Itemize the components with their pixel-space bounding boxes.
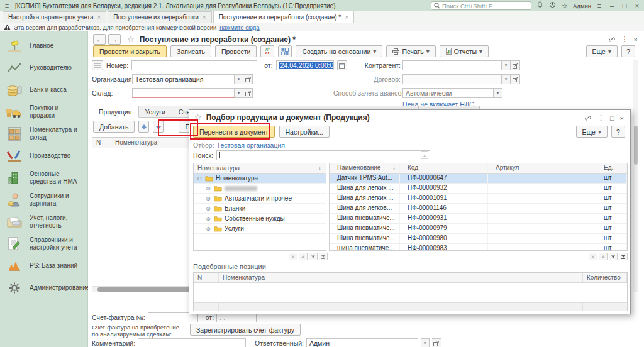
sidebar-item-administrirovanie[interactable]: Администрирование: [0, 277, 87, 299]
tree-header[interactable]: Номенклатура: [194, 163, 317, 173]
nav-forward-button[interactable]: →: [108, 34, 121, 45]
document-list-icon[interactable]: [92, 60, 103, 70]
get-link-icon[interactable]: [608, 36, 616, 43]
tree-item-row[interactable]: ⊕ Автозапчасти и прочее: [194, 194, 326, 204]
notifications-bell-icon[interactable]: [535, 1, 544, 10]
contractor-dropdown-icon[interactable]: ▾: [502, 60, 511, 70]
go-last-icon[interactable]: [619, 253, 628, 260]
product-row[interactable]: Шина пневматиче...НФ-00000931шт: [330, 214, 627, 224]
history-icon[interactable]: [548, 1, 557, 10]
col-kolichestvo[interactable]: Количество: [583, 273, 627, 282]
favorites-star-icon[interactable]: ☆: [560, 1, 569, 10]
move-down-icon[interactable]: [153, 121, 164, 133]
col-nomenklatura[interactable]: Номенклатура: [111, 138, 192, 148]
col-naimenovanie[interactable]: Наименование↓: [330, 163, 400, 173]
favorite-star-icon[interactable]: ☆: [127, 35, 135, 44]
sidebar-item-ps-baza-znaniy[interactable]: PS: База знаний: [0, 255, 87, 277]
organization-input[interactable]: Тестовая организация: [132, 74, 235, 84]
expand-icon[interactable]: ⊕: [205, 185, 211, 192]
create-based-on-button[interactable]: Создать на основании▾: [296, 45, 382, 57]
product-row[interactable]: Шина для легков...НФ-00001146шт: [330, 204, 627, 214]
global-search-input[interactable]: Поиск Ctrl+Shift+F: [431, 1, 531, 10]
tab-close-icon[interactable]: ×: [203, 14, 206, 21]
transfer-to-document-button[interactable]: Перенести в документ: [193, 126, 275, 138]
form-close-icon[interactable]: ×: [634, 36, 638, 43]
add-row-button[interactable]: Добавить: [93, 121, 135, 133]
responsible-open-icon[interactable]: [432, 338, 441, 347]
print-button[interactable]: Печать▾: [386, 45, 435, 57]
window-minimize-icon[interactable]: –: [608, 1, 616, 10]
advance-dropdown-icon[interactable]: ▾: [494, 88, 502, 98]
buy-commercial-link[interactable]: нажмите сюда: [219, 24, 259, 31]
col-n[interactable]: N: [194, 273, 219, 282]
dialog-more-button[interactable]: Еще▾: [576, 126, 608, 138]
tab-receipt-processing-new[interactable]: Поступление из переработки (создание) * …: [213, 11, 354, 23]
sidebar-item-spravochniki[interactable]: Справочники и настройки учета: [0, 233, 87, 255]
sidebar-item-rukovoditelyu[interactable]: Руководителю: [0, 57, 87, 79]
more-button[interactable]: Еще▾: [586, 45, 618, 57]
go-first-icon[interactable]: [589, 253, 597, 260]
responsible-dropdown-icon[interactable]: ▾: [421, 338, 430, 347]
contractor-open-icon[interactable]: [511, 60, 520, 70]
tab-produkciya[interactable]: Продукция: [92, 106, 139, 118]
expand-icon[interactable]: ⊕: [205, 196, 211, 202]
tab-receipt-processing[interactable]: Поступление из переработки ×: [108, 11, 211, 23]
date-input[interactable]: 24.04.2026 0:00:00: [276, 60, 334, 70]
warehouse-dropdown-icon[interactable]: ▾: [235, 88, 243, 98]
dialog-get-link-icon[interactable]: [584, 115, 592, 121]
go-up-icon[interactable]: [299, 253, 308, 260]
form-vscrollbar[interactable]: [633, 60, 638, 292]
product-row[interactable]: Датчик TPMS Aut...НФ-00000647шт: [330, 174, 627, 184]
dialog-menu-dots-icon[interactable]: ⋮: [597, 114, 604, 122]
number-input[interactable]: [131, 60, 257, 70]
tab-close-icon[interactable]: ×: [345, 14, 348, 21]
product-row[interactable]: Шина пневматиче...НФ-00000979шт: [330, 224, 627, 234]
register-invoice-button[interactable]: Зарегистрировать счет-фактуру: [190, 324, 301, 336]
organization-open-icon[interactable]: [243, 74, 253, 84]
tab-settings-params[interactable]: Настройка параметров учета ×: [3, 11, 106, 23]
dialog-help-button[interactable]: ?: [611, 126, 625, 138]
window-close-icon[interactable]: ×: [633, 1, 641, 10]
tree-sort-icon[interactable]: ↓: [317, 163, 326, 173]
contract-open-icon[interactable]: [511, 74, 520, 84]
move-up-icon[interactable]: [138, 121, 149, 133]
dialog-maximize-icon[interactable]: □: [610, 114, 614, 122]
advance-input[interactable]: Автоматически: [402, 88, 494, 98]
filter-value-link[interactable]: Тестовая организация: [217, 141, 285, 149]
dialog-close-icon[interactable]: ×: [620, 114, 624, 122]
save-button[interactable]: Записать: [170, 45, 211, 57]
post-and-close-button[interactable]: Провести и закрыть: [93, 45, 167, 57]
search-clear-icon[interactable]: ×: [421, 151, 428, 159]
post-button[interactable]: Провести: [215, 45, 257, 57]
window-maximize-icon[interactable]: □: [620, 1, 629, 10]
product-row[interactable]: Шина для легких ...НФ-00001091шт: [330, 194, 627, 204]
selected-positions-title[interactable]: Подобранные позиции: [193, 263, 266, 270]
tree-item-row[interactable]: ⊕ Бланки: [194, 204, 326, 214]
main-menu-icon[interactable]: ≡: [3, 1, 11, 10]
nav-back-button[interactable]: ←: [93, 34, 106, 45]
go-down-icon[interactable]: [609, 253, 618, 260]
sidebar-item-uchet-nalogi[interactable]: Учет, налоги, отчетность: [0, 211, 87, 233]
show-postings-dtkt-icon[interactable]: ДтКт: [260, 45, 274, 57]
go-first-icon[interactable]: [289, 253, 297, 260]
tree-root-row[interactable]: ⊖ Номенклатура: [194, 174, 326, 184]
tree-item-row[interactable]: ⊕ Услуги: [194, 224, 326, 234]
sidebar-item-os-nma[interactable]: Основные средства и НМА: [0, 167, 87, 189]
service-menu-icon[interactable]: ≡: [595, 1, 604, 10]
sidebar-item-sotrudniki-zarplata[interactable]: Сотрудники и зарплата: [0, 189, 87, 211]
expand-icon[interactable]: ⊕: [205, 206, 211, 212]
warehouse-open-icon[interactable]: [243, 88, 253, 98]
collapse-icon[interactable]: ⊖: [196, 175, 203, 182]
dialog-star-icon[interactable]: ☆: [194, 113, 202, 122]
expand-icon[interactable]: ⊕: [205, 216, 211, 222]
sidebar-item-pokupki-prodazhi[interactable]: Покупки и продажи: [0, 101, 87, 123]
window-menu-dots-icon[interactable]: ⋮: [621, 35, 628, 43]
organization-dropdown-icon[interactable]: ▾: [235, 74, 243, 84]
contractor-input[interactable]: [402, 60, 502, 70]
sidebar-item-nomenklatura-sklad[interactable]: Номенклатура и склад: [0, 123, 87, 145]
go-up-icon[interactable]: [599, 253, 608, 260]
contract-input[interactable]: [402, 74, 502, 84]
col-n[interactable]: N: [92, 138, 111, 148]
expand-icon[interactable]: ⊕: [205, 226, 211, 232]
col-ed[interactable]: Ед.: [596, 163, 627, 173]
